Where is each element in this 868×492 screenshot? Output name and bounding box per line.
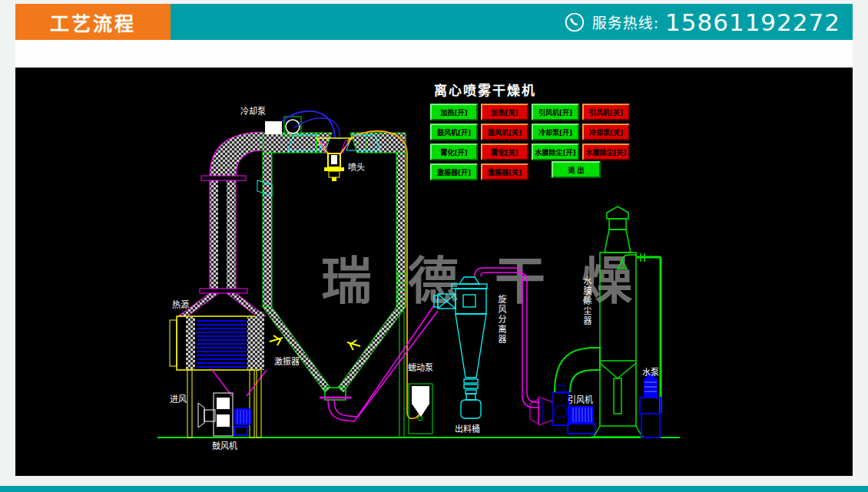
control-button-12[interactable]: 水膜除尘[关]	[582, 144, 630, 160]
control-button-7[interactable]: 冷却泵[开]	[532, 124, 579, 140]
hotline-number: 15861192272	[665, 8, 840, 36]
control-button-2[interactable]: 加热[关]	[481, 104, 528, 121]
water-pump	[640, 374, 661, 438]
hot-air-duct	[178, 132, 266, 316]
diagram-title: 离心喷雾干燥机	[434, 80, 536, 99]
label-discharge-barrel: 出料桶	[455, 422, 480, 434]
control-button-8[interactable]: 冷却泵[关]	[582, 124, 630, 140]
header-bar: 工艺流程 服务热线: 15861192272	[15, 4, 853, 40]
header-sub-strip	[15, 40, 853, 68]
footer-bar	[0, 486, 868, 492]
control-button-4[interactable]: 引风机[关]	[582, 104, 630, 121]
control-button-14[interactable]: 激振器[关]	[481, 163, 528, 180]
drying-chamber	[255, 133, 406, 438]
process-diagram-panel: 瑞 德 干 燥	[15, 68, 853, 476]
label-air-inlet: 进风	[170, 392, 187, 404]
control-button-5[interactable]: 鼓风机[开]	[430, 124, 478, 140]
label-water-film-dust-collector: 水膜除尘器	[580, 276, 592, 326]
label-induced-draft-fan: 引风机	[568, 393, 593, 405]
label-vibrator: 激振器	[274, 355, 300, 367]
label-water-pump: 水泵	[642, 365, 659, 378]
control-button-1[interactable]: 加热[开]	[430, 104, 478, 121]
label-heat-source: 热源	[172, 298, 189, 310]
label-cooling-pump: 冷却泵	[240, 104, 266, 117]
control-button-6[interactable]: 鼓风机[关]	[481, 124, 528, 140]
page: 工艺流程 服务热线: 15861192272 瑞 德 干 燥	[0, 0, 868, 492]
vibrators	[270, 335, 360, 350]
label-spray-head: 喷头	[348, 160, 365, 173]
label-cyclone-separator: 旋风分离器	[495, 295, 507, 345]
tab-process-flow-label: 工艺流程	[50, 8, 136, 36]
tab-process-flow[interactable]: 工艺流程	[15, 4, 171, 40]
control-button-13[interactable]: 激振器[开]	[430, 163, 478, 180]
control-button-11[interactable]: 水膜除尘[开]	[532, 144, 579, 160]
control-button-9[interactable]: 雾化[开]	[430, 144, 478, 160]
exit-button[interactable]: 退 出	[552, 161, 601, 178]
label-blower: 鼓风机	[212, 439, 237, 451]
cyclone-separator	[434, 277, 487, 418]
phone-icon	[563, 11, 586, 34]
water-film-dust-collector	[591, 206, 661, 437]
label-peristaltic-pump: 蠕动泵	[408, 361, 433, 373]
hotline-label: 服务热线:	[592, 12, 659, 32]
control-button-10[interactable]: 雾化[关]	[481, 144, 528, 160]
service-hotline: 服务热线: 15861192272	[563, 4, 840, 40]
control-button-3[interactable]: 引风机[开]	[532, 104, 579, 121]
feed-tank	[409, 384, 432, 434]
